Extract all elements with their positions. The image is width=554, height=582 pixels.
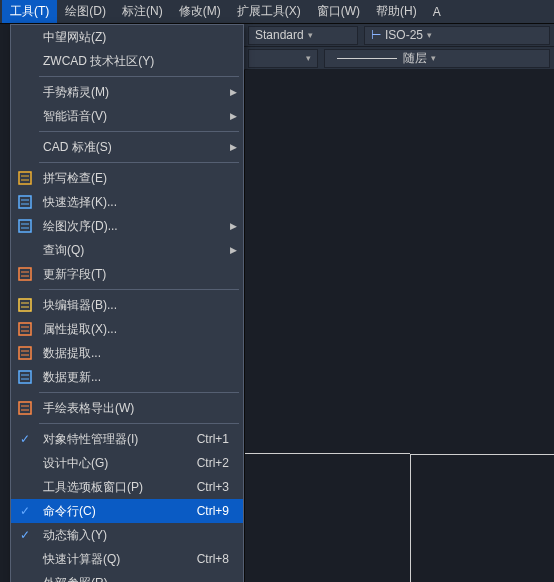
svg-rect-9 xyxy=(19,268,31,280)
menu-item-label: 绘图次序(D)... xyxy=(39,218,243,235)
menu-window[interactable]: 窗口(W) xyxy=(309,0,368,23)
menu-item-label: 命令行(C) xyxy=(39,503,197,520)
menu-item-label: CAD 标准(S) xyxy=(39,139,243,156)
menu-draw[interactable]: 绘图(D) xyxy=(57,0,114,23)
menu-item-label: 手势精灵(M) xyxy=(39,84,243,101)
menu-separator xyxy=(39,289,239,290)
svg-rect-3 xyxy=(19,196,31,208)
menu-item-label: 动态输入(Y) xyxy=(39,527,243,544)
menu-help[interactable]: 帮助(H) xyxy=(368,0,425,23)
menu-item[interactable]: ✓对象特性管理器(I)Ctrl+1 xyxy=(11,427,243,451)
menu-item-label: 查询(Q) xyxy=(39,242,243,259)
menu-extra[interactable]: A xyxy=(425,2,449,22)
dim-style-dropdown[interactable]: ⊢ ISO-25 ▾ xyxy=(364,26,550,45)
menu-item[interactable]: 查询(Q)▶ xyxy=(11,238,243,262)
menu-item[interactable]: 手势精灵(M)▶ xyxy=(11,80,243,104)
svg-rect-21 xyxy=(19,371,31,383)
menu-dimension[interactable]: 标注(N) xyxy=(114,0,171,23)
dim-style-value: ISO-25 xyxy=(385,28,423,42)
menu-item-accel: Ctrl+9 xyxy=(197,504,243,518)
menu-item-label: 对象特性管理器(I) xyxy=(39,431,197,448)
menu-item-label: 数据更新... xyxy=(39,369,243,386)
menu-separator xyxy=(39,392,239,393)
menu-item[interactable]: ✓动态输入(Y) xyxy=(11,523,243,547)
menu-item-label: 快速选择(K)... xyxy=(39,194,243,211)
tools-dropdown: 中望网站(Z)ZWCAD 技术社区(Y)手势精灵(M)▶智能语音(V)▶CAD … xyxy=(10,24,244,582)
menubar: 工具(T) 绘图(D) 标注(N) 修改(M) 扩展工具(X) 窗口(W) 帮助… xyxy=(0,0,554,24)
menu-item[interactable]: 拼写检查(E) xyxy=(11,166,243,190)
menu-item-label: 设计中心(G) xyxy=(39,455,197,472)
menu-item[interactable]: ✓命令行(C)Ctrl+9 xyxy=(11,499,243,523)
menu-item[interactable]: 块编辑器(B)... xyxy=(11,293,243,317)
draworder-icon xyxy=(11,219,39,233)
menu-item[interactable]: CAD 标准(S)▶ xyxy=(11,135,243,159)
menu-item[interactable]: 属性提取(X)... xyxy=(11,317,243,341)
menu-item[interactable]: 数据更新... xyxy=(11,365,243,389)
menu-separator xyxy=(39,423,239,424)
menu-item-label: 拼写检查(E) xyxy=(39,170,243,187)
menu-separator xyxy=(39,76,239,77)
svg-rect-6 xyxy=(19,220,31,232)
menu-separator xyxy=(39,131,239,132)
attrext-icon xyxy=(11,322,39,336)
svg-rect-12 xyxy=(19,299,31,311)
submenu-arrow-icon: ▶ xyxy=(230,142,237,152)
submenu-arrow-icon: ▶ xyxy=(230,111,237,121)
menu-item[interactable]: 更新字段(T) xyxy=(11,262,243,286)
chevron-down-icon: ▾ xyxy=(308,30,313,40)
drawing-area[interactable] xyxy=(244,70,554,582)
dataupd-icon xyxy=(11,370,39,384)
submenu-arrow-icon: ▶ xyxy=(230,87,237,97)
menu-modify[interactable]: 修改(M) xyxy=(171,0,229,23)
dim-style-icon: ⊢ xyxy=(371,28,381,42)
check-icon: ✓ xyxy=(11,432,39,446)
menu-item-label: ZWCAD 技术社区(Y) xyxy=(39,53,243,70)
chevron-down-icon: ▾ xyxy=(427,30,432,40)
text-style-value: Standard xyxy=(255,28,304,42)
chevron-down-icon: ▾ xyxy=(306,53,311,63)
svg-rect-0 xyxy=(19,172,31,184)
menu-item-accel: Ctrl+8 xyxy=(197,552,243,566)
menu-item[interactable]: 外部参照(R) xyxy=(11,571,243,582)
menu-item[interactable]: 数据提取... xyxy=(11,341,243,365)
menu-item[interactable]: 手绘表格导出(W) xyxy=(11,396,243,420)
menu-item-accel: Ctrl+3 xyxy=(197,480,243,494)
text-style-dropdown[interactable]: Standard ▾ xyxy=(248,26,358,45)
toolbar: Standard ▾ ⊢ ISO-25 ▾ ▾ 随层 ▾ xyxy=(244,24,554,70)
linetype-dropdown[interactable]: 随层 ▾ xyxy=(324,49,550,68)
menu-item-label: 智能语音(V) xyxy=(39,108,243,125)
menu-item-accel: Ctrl+2 xyxy=(197,456,243,470)
menu-item[interactable]: 快速计算器(Q)Ctrl+8 xyxy=(11,547,243,571)
svg-rect-18 xyxy=(19,347,31,359)
menu-item[interactable]: 绘图次序(D)...▶ xyxy=(11,214,243,238)
menu-item[interactable]: 智能语音(V)▶ xyxy=(11,104,243,128)
menu-item[interactable]: ZWCAD 技术社区(Y) xyxy=(11,49,243,73)
field-icon xyxy=(11,267,39,281)
menu-item-label: 工具选项板窗口(P) xyxy=(39,479,197,496)
submenu-arrow-icon: ▶ xyxy=(230,221,237,231)
menu-item-label: 属性提取(X)... xyxy=(39,321,243,338)
svg-rect-15 xyxy=(19,323,31,335)
check-icon: ✓ xyxy=(11,504,39,518)
blockedit-icon xyxy=(11,298,39,312)
menu-item[interactable]: 快速选择(K)... xyxy=(11,190,243,214)
menu-item[interactable]: 工具选项板窗口(P)Ctrl+3 xyxy=(11,475,243,499)
svg-rect-24 xyxy=(19,402,31,414)
check-icon: ✓ xyxy=(11,528,39,542)
line-sample-icon xyxy=(337,58,397,59)
chevron-down-icon: ▾ xyxy=(431,53,436,63)
viewport-box xyxy=(410,454,554,582)
menu-item-label: 更新字段(T) xyxy=(39,266,243,283)
menu-item-label: 快速计算器(Q) xyxy=(39,551,197,568)
menu-item[interactable]: 设计中心(G)Ctrl+2 xyxy=(11,451,243,475)
menu-item-label: 中望网站(Z) xyxy=(39,29,243,46)
menu-extensions[interactable]: 扩展工具(X) xyxy=(229,0,309,23)
menu-tools[interactable]: 工具(T) xyxy=(2,0,57,23)
dropdown-a[interactable]: ▾ xyxy=(248,49,318,68)
dataext-icon xyxy=(11,346,39,360)
menu-separator xyxy=(39,162,239,163)
menu-item-label: 数据提取... xyxy=(39,345,243,362)
menu-item[interactable]: 中望网站(Z) xyxy=(11,25,243,49)
viewport-divider xyxy=(245,453,410,454)
submenu-arrow-icon: ▶ xyxy=(230,245,237,255)
